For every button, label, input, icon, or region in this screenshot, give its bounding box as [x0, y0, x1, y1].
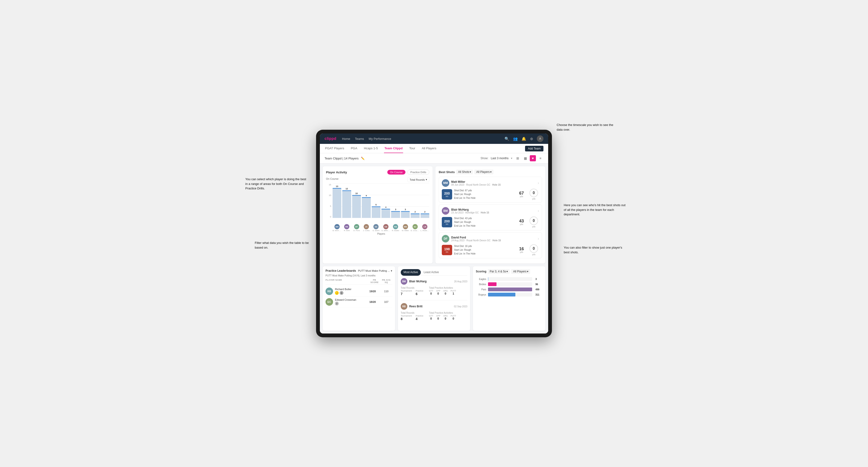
scoring-row-eagles: Eagles 3: [476, 277, 542, 281]
show-chevron-icon[interactable]: ▾: [511, 157, 512, 160]
bar-group-8: 3: [401, 184, 410, 218]
nav-links: Home Teams My Performance: [342, 137, 499, 141]
least-active-tab[interactable]: Least Active: [421, 269, 442, 276]
apc1-rounds-area: Total Rounds Tournament 7 Practice 6: [401, 286, 467, 296]
shot-card-3-header: DF David Ford 24 Aug 2023 · Royal North …: [442, 235, 539, 243]
tab-all-players[interactable]: All Players: [421, 144, 437, 153]
tablet-screen: clippd Home Teams My Performance 🔍 👥 🔔 ⊕…: [320, 133, 548, 334]
nav-link-teams[interactable]: Teams: [355, 137, 364, 141]
lb1-avatar: RB: [326, 287, 333, 295]
tab-pgat-players[interactable]: PGAT Players: [324, 144, 345, 153]
apc1-name: Blair McHarg: [409, 280, 453, 283]
avatar[interactable]: A: [537, 135, 544, 142]
eagles-val: 3: [535, 278, 542, 280]
add-team-button[interactable]: Add Team: [525, 146, 544, 151]
top-nav: clippd Home Teams My Performance 🔍 👥 🔔 ⊕…: [320, 133, 548, 144]
most-active-panel: Most Active Least Active BM Blair McHarg…: [398, 266, 470, 331]
pars-bar-wrap: [488, 287, 532, 291]
list-icon[interactable]: ≡: [537, 155, 544, 161]
grid4-icon[interactable]: ⊞: [515, 155, 521, 161]
players-chevron-icon: ▾: [490, 170, 492, 174]
shot1-details: 200 SG Shot Dist: 67 yds Start Lie: Roug…: [442, 189, 539, 200]
pars-label: Pars: [476, 288, 486, 291]
on-course-toggle[interactable]: On Course: [387, 170, 405, 175]
shot3-stat2: 0 yds: [529, 244, 539, 256]
bar-group-1: 13: [333, 184, 341, 218]
apc1-date: 26 Aug 2023: [454, 280, 467, 283]
show-select[interactable]: Last 3 months: [491, 157, 508, 160]
nav-link-home[interactable]: Home: [342, 137, 350, 141]
bottom-panels: Practice Leaderboards PUTT Must Make Put…: [320, 266, 548, 334]
best-shots-header: Best Shots All Shots ▾ All Players ▾: [439, 169, 542, 174]
bell-icon[interactable]: 🔔: [522, 136, 526, 141]
edit-icon[interactable]: ✏️: [361, 157, 365, 160]
scoring-filter1[interactable]: Par 3, 4 & 5s ▾: [488, 269, 510, 274]
scoring-row-birdies: Birdies 96: [476, 282, 542, 286]
tab-tour[interactable]: Tour: [409, 144, 415, 153]
bar-chart: 13 12: [333, 184, 429, 218]
bar-2: [342, 190, 351, 218]
tab-team-clippd[interactable]: Team Clippd: [384, 144, 403, 153]
bar-4: [362, 197, 371, 218]
apc2-date: 02 Sep 2023: [454, 305, 467, 308]
shot1-chevron-icon[interactable]: ›: [538, 181, 539, 185]
dropdown-label: Total Rounds: [410, 178, 425, 181]
best-shots-panel: Best Shots All Shots ▾ All Players ▾: [435, 166, 545, 263]
avatar-8: MM: [401, 224, 410, 229]
shot3-player-meta: 24 Aug 2023 · Royal North Devon GC Hole …: [451, 239, 501, 242]
bar-5: [372, 206, 380, 218]
grid2-icon[interactable]: ▦: [522, 155, 528, 161]
practice-drills-toggle[interactable]: Practice Drills: [407, 169, 429, 175]
tablet-frame: clippd Home Teams My Performance 🔍 👥 🔔 ⊕…: [316, 130, 552, 337]
y-axis: 15 10 5 0: [326, 184, 332, 218]
users-icon[interactable]: 👥: [513, 136, 518, 141]
all-players-filter[interactable]: All Players ▾: [474, 169, 493, 174]
shot1-player-meta: 09 Jun 2023 · Royal North Devon GC Hole …: [451, 184, 501, 186]
lb-header: Practice Leaderboards PUTT Must Make Put…: [326, 269, 392, 272]
team-header: Team Clippd | 14 Players ✏️ Show: Last 3…: [320, 153, 548, 163]
main-content: Player Activity On Course Practice Drill…: [320, 163, 548, 266]
annotation-right-bottom: You can also filter to show just one pla…: [564, 245, 627, 254]
shot1-info: Shot Dist: 67 yds Start Lie: Rough End L…: [454, 189, 515, 200]
annotation-left-bottom: Filter what data you wish the table to b…: [255, 241, 309, 250]
eagles-label: Eagles: [476, 278, 486, 280]
plus-icon[interactable]: ⊕: [530, 136, 533, 141]
avatar-6: GB: [381, 224, 390, 229]
shot-card-2-header: BM Blair McHarg 23 Jul 2023 · Ashridge G…: [442, 207, 539, 215]
shot2-chevron-icon[interactable]: ›: [538, 209, 539, 213]
dropdown-chevron-icon: ▾: [426, 178, 427, 181]
scoring-row-pars: Pars 499: [476, 287, 542, 291]
tab-hcaps[interactable]: Hcaps 1-5: [364, 144, 378, 153]
lb1-rank-badge: 🏆: [335, 291, 339, 295]
bar-group-6: 4: [381, 184, 390, 218]
search-icon[interactable]: 🔍: [504, 136, 509, 141]
nav-logo: clippd: [324, 136, 336, 141]
nav-link-my-performance[interactable]: My Performance: [369, 137, 391, 141]
shot2-info: Shot Dist: 43 yds Start Lie: Rough End L…: [454, 217, 515, 228]
most-active-tab[interactable]: Most Active: [401, 269, 421, 276]
total-rounds-dropdown[interactable]: Total Rounds ▾: [408, 177, 429, 182]
active-tabs: Most Active Least Active: [401, 269, 467, 276]
shot3-chevron-icon[interactable]: ›: [538, 237, 539, 241]
shot2-details: 200 SG Shot Dist: 43 yds Start Lie: Roug…: [442, 217, 539, 228]
avatar-9: EC: [411, 224, 420, 229]
apc2-rounds-area: Total Rounds Tournament 8 Practice 4: [401, 312, 467, 321]
bar-group-9: 2: [411, 184, 420, 218]
bar-group-10: 2: [421, 184, 429, 218]
tab-pga[interactable]: PGA: [350, 144, 358, 153]
all-shots-filter[interactable]: All Shots ▾: [456, 169, 473, 174]
scoring-filter2[interactable]: All Players ▾: [511, 269, 530, 274]
shot1-player-name: Matt Miller: [451, 180, 501, 184]
player-activity-title: Player Activity: [326, 170, 385, 174]
shot2-badge: 200 SG: [442, 217, 452, 227]
shot1-avatar: MM: [442, 179, 450, 187]
scoring-f1-chevron-icon: ▾: [506, 270, 508, 273]
apc1-header: BM Blair McHarg 26 Aug 2023: [401, 278, 467, 285]
heart-icon[interactable]: ♥: [530, 155, 536, 161]
bogeys-bar-wrap: [488, 293, 532, 297]
lb-dropdown[interactable]: PUTT Must Make Putting ... ▾: [358, 269, 392, 272]
birdies-bar: [488, 282, 497, 286]
shot3-badge: 198 SG: [442, 245, 452, 255]
shot3-player-name: David Ford: [451, 236, 501, 239]
bogeys-bar: [488, 293, 516, 297]
